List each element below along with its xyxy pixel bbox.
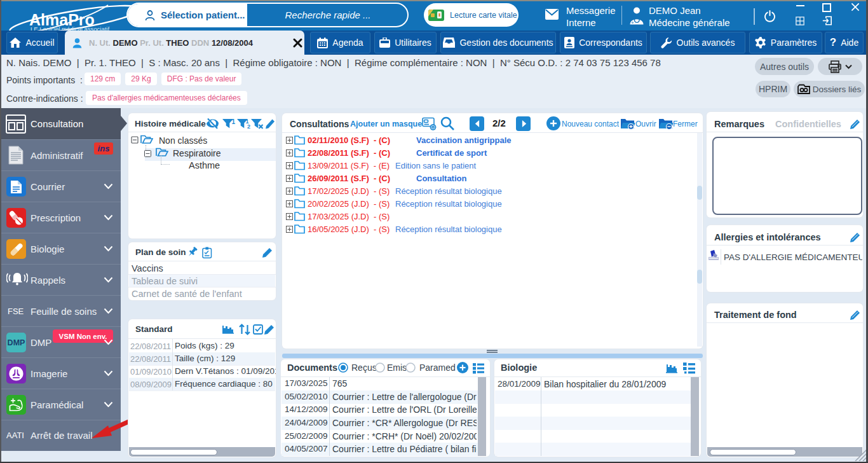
svg-text:2: 2 — [247, 123, 250, 130]
svg-text:1: 1 — [232, 118, 236, 125]
